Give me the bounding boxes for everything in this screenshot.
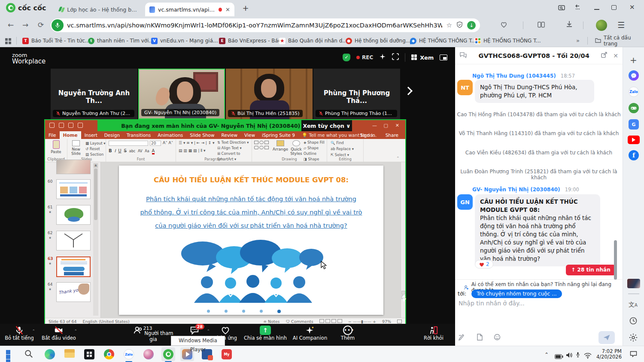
view-options-dropdown[interactable]: Xem tùy chọn ∨ (301, 120, 352, 131)
quick-styles-button[interactable]: Quick Styles (289, 140, 304, 156)
settings-gear-icon[interactable] (629, 333, 638, 344)
translate-icon[interactable]: G (629, 119, 639, 130)
notes-button[interactable]: ≐ Notes (263, 319, 279, 324)
start-video-button[interactable]: ⌃ Bắt đầu video (39, 326, 78, 341)
messenger-icon[interactable] (629, 70, 639, 81)
games-icon[interactable] (629, 103, 639, 113)
reload-icon[interactable]: ⟳ (38, 21, 44, 29)
video-tile-1[interactable]: Nguyễn Trường Anh Th... Nguyễn Trường An… (51, 69, 137, 119)
font-style-buttons[interactable]: B I U S abc AV Aa A (109, 148, 156, 154)
ppt-tab-insert[interactable]: Insert (81, 131, 101, 139)
font-name-box[interactable] (109, 141, 148, 146)
add-panel-icon[interactable]: + (630, 55, 637, 65)
window-minimize-button[interactable] (594, 6, 601, 13)
shape-gallery[interactable] (254, 140, 272, 151)
bookmark-item[interactable]: EBáo VnExpress - Báo... (219, 36, 286, 45)
video-options-chevron[interactable]: ⌃ (74, 329, 77, 333)
new-messages-button[interactable]: ↑ 28 tin nhắn mới (566, 265, 616, 275)
chat-options-chevron[interactable]: ⌃ (207, 329, 210, 333)
pip-icon[interactable] (440, 54, 447, 60)
ppt-signin[interactable]: Sign in (356, 131, 379, 139)
speaker-icon[interactable] (566, 352, 573, 360)
url-field[interactable]: vc.smartlms.vn/api/show/nKWmo9KnjmWrl1-l… (51, 18, 480, 32)
ppt-tab-ispring[interactable]: iSpring Suite 9 (258, 131, 298, 139)
arrange-button[interactable]: Arrange (273, 140, 288, 151)
ppt-tab-slideshow[interactable]: Slide Show (186, 131, 218, 139)
browser-menu-icon[interactable]: ☰ (617, 20, 625, 30)
more-button[interactable]: ••• Thêm (336, 326, 360, 341)
language-status[interactable]: English (United States) (83, 319, 130, 324)
video-tile-3[interactable]: Bùi Thị Thu Hiền (251835) (226, 69, 313, 119)
page-translate-icon[interactable]: 文A (629, 301, 638, 309)
battery-icon[interactable] (555, 353, 563, 361)
to-recipient-pill[interactable]: Trò chuyện nhóm trong cuộc ... (471, 290, 562, 298)
align-text-button[interactable]: ⊟ Align Text ▾ (217, 145, 252, 151)
slide-thumb-63-selected[interactable] (56, 256, 91, 277)
mic-options-chevron[interactable]: ⌃ (32, 329, 35, 333)
paste-button[interactable]: Paste (45, 140, 67, 154)
downloads-icon[interactable] (566, 21, 573, 29)
unmute-button[interactable]: ⌃ Bỏ tắt tiếng (3, 326, 36, 341)
my-app-icon[interactable]: My (222, 349, 232, 359)
view-buttons[interactable] (319, 319, 342, 324)
slide-thumb-62[interactable] (56, 231, 91, 250)
all-bookmarks-button[interactable]: Tất cả dấu trang (595, 36, 644, 45)
paint-icon[interactable] (143, 349, 154, 359)
voice-search-icon[interactable] (52, 19, 64, 31)
split-view-icon[interactable] (538, 21, 545, 30)
bookmark-item[interactable]: VvnEdu.vn - Mạng giá... (151, 36, 218, 45)
start-button[interactable] (5, 349, 15, 359)
facebook-icon[interactable]: f (629, 150, 639, 160)
shield-icon[interactable] (456, 21, 463, 30)
ms-store-icon[interactable] (84, 349, 94, 359)
font-size-box[interactable]: 20 (150, 141, 161, 146)
slide-editor[interactable]: CÂU HỎI TIỂU LUẬN KẾT THÚC MODULE GVPT 0… (101, 162, 401, 318)
zoom-percentage[interactable]: 97% (382, 319, 391, 324)
ppt-tab-file[interactable]: File (45, 131, 60, 139)
slide-thumb-60[interactable] (56, 179, 91, 199)
ppt-tab-home[interactable]: Home (60, 131, 81, 139)
ppt-tab-review[interactable]: Review (218, 131, 241, 139)
popout-icon[interactable] (601, 52, 607, 59)
ai-companion-button[interactable]: AI Companion (290, 326, 330, 341)
notification-icon[interactable] (630, 351, 637, 359)
reopen-tab-icon[interactable] (574, 4, 581, 11)
slide-thumb-61[interactable] (56, 205, 91, 225)
video-tile-2-active-speaker[interactable]: GV- Nguyễn Thị Nhị (2030840) (138, 69, 225, 119)
ai-sparkle-icon[interactable] (379, 53, 386, 62)
participants-button[interactable]: 213 Người tham gia (133, 326, 173, 342)
bookmark-star-icon[interactable]: ☆ (447, 21, 452, 29)
replace-button[interactable]: ab Replace ▾ (331, 146, 354, 152)
youtube-icon[interactable] (628, 136, 640, 144)
ppt-quick-access-toolbar[interactable] (49, 123, 83, 128)
emoji-icon[interactable] (494, 334, 501, 342)
format-icon[interactable] (459, 334, 465, 342)
slide-thumb-59[interactable] (56, 160, 91, 174)
window-close-button[interactable]: ✕ (629, 4, 636, 11)
chat-input[interactable] (458, 299, 586, 307)
align-buttons[interactable]: ▤ ▥ ▦ ▧ | ⫴ ▾ (179, 148, 206, 153)
view-button[interactable]: Xem (411, 54, 434, 61)
close-chat-icon[interactable]: ✕ (613, 52, 618, 59)
taskbar-coccoc-icon[interactable] (163, 349, 173, 359)
zalo-icon[interactable]: Zalo (629, 87, 639, 97)
bookmark-item[interactable]: TBáo Tuổi Trẻ - Tin tức... (22, 36, 90, 45)
taskbar-zalo-icon[interactable]: Zalo (124, 349, 134, 359)
tab-lop-hoc-ao[interactable]: Lớp học ảo - Hệ thống bồi dưỡn... (55, 3, 143, 16)
find-button[interactable]: 🔍 Find (331, 140, 354, 146)
ppt-share[interactable]: Share (382, 131, 402, 139)
tray-expand-chevron[interactable]: ⌃ (544, 352, 549, 358)
leave-button[interactable]: Rời khỏi (419, 326, 449, 341)
reset-button[interactable]: ↺ Reset (85, 146, 106, 152)
history-icon[interactable] (629, 317, 638, 327)
profile-avatar[interactable] (596, 20, 607, 31)
attach-file-icon[interactable] (477, 334, 483, 342)
window-maximize-button[interactable] (611, 5, 618, 12)
back-icon[interactable]: ← (8, 21, 14, 29)
send-button[interactable] (598, 331, 615, 344)
text-direction-button[interactable]: ⇅ Text Direction ▾ (217, 140, 252, 145)
layout-button[interactable]: ▦ Layout ▾ (85, 141, 106, 146)
capture-frame-icon[interactable] (392, 53, 399, 62)
chat-scrollbar[interactable] (614, 240, 617, 280)
ppt-close-button[interactable]: ✕ (395, 123, 399, 128)
